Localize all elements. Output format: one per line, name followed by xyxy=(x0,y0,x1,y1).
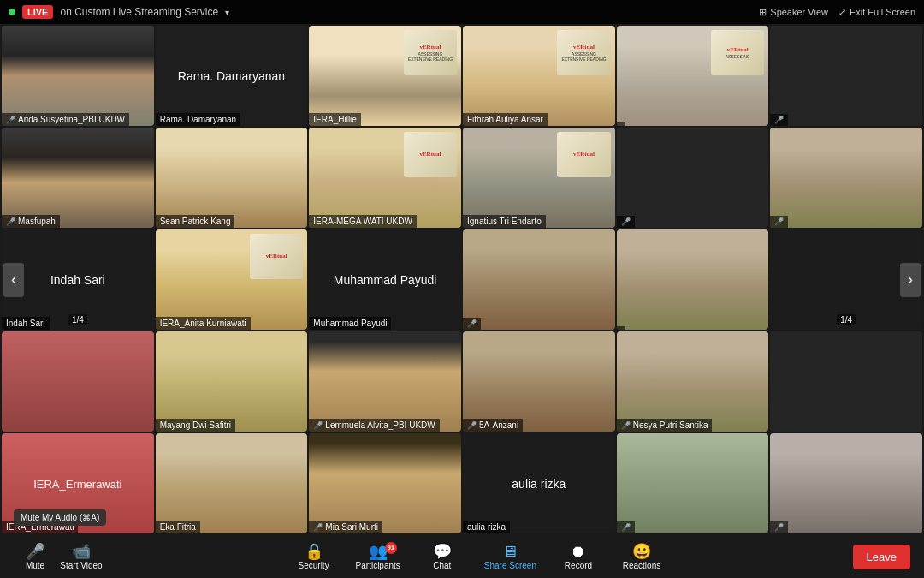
participant-name: Indah Sari xyxy=(2,317,50,330)
video-tile: 🎤 Mia Sari Murti xyxy=(309,433,461,533)
page-indicator: 1/4 xyxy=(68,314,87,325)
participant-name: Sean Patrick Kang xyxy=(156,215,235,228)
video-tile-payudi: Muhammad Payudi Muhammad Payudi xyxy=(309,229,461,330)
bottom-bar: Mute My Audio (⌘A) 🎤 Mute 📹 Start Video … xyxy=(0,535,924,578)
mic-muted-icon: 🎤 xyxy=(774,116,784,124)
speaker-view-btn[interactable]: ⊞ Speaker View xyxy=(759,7,828,18)
video-grid: 🎤 Arida Susyetina_PBI UKDW Rama. Damarya… xyxy=(0,24,924,535)
participant-label-center: IERA_Ermerawati xyxy=(33,477,121,490)
poster-overlay: vERtual ASSESSING EXTENSIVE READING xyxy=(404,30,457,75)
video-tile xyxy=(2,331,154,432)
video-tile: vERtual IERA_Anita Kurniawati xyxy=(156,229,308,330)
video-tile: 🎤 xyxy=(770,26,922,126)
participant-name: Mayang Dwi Safitri xyxy=(156,419,235,432)
top-bar-right: ⊞ Speaker View ⤢ Exit Full Screen xyxy=(759,7,915,18)
record-button[interactable]: ⏺ Record xyxy=(557,544,600,570)
video-tile-indah: ‹ Indah Sari 1/4 Indah Sari xyxy=(2,229,154,330)
participant-label-center: Indah Sari xyxy=(50,273,105,287)
participants-button-wrap: 👥 Participants 91 xyxy=(356,544,400,570)
video-tile: vERtual Ignatius Tri Endarto xyxy=(463,128,615,228)
participant-name: 🎤 xyxy=(770,114,788,126)
mic-muted-icon: 🎤 xyxy=(6,116,15,124)
exit-fullscreen-icon: ⤢ xyxy=(838,7,846,18)
chat-button[interactable]: 💬 Chat xyxy=(421,544,464,570)
mic-icon: 🎤 xyxy=(26,544,44,559)
mute-tooltip: Mute My Audio (⌘A) xyxy=(14,509,106,526)
video-tile: Rama. Damaryanan Rama. Damaryanan xyxy=(156,26,308,126)
mic-muted-icon: 🎤 xyxy=(313,421,323,430)
prev-page-arrow[interactable]: ‹ xyxy=(3,263,24,297)
poster-overlay: vERtual xyxy=(250,234,303,279)
participant-name: 🎤Lemmuela Alvita_PBI UKDW xyxy=(309,419,439,432)
mute-button[interactable]: 🎤 Mute xyxy=(14,544,56,570)
video-tile xyxy=(617,229,769,330)
record-icon: ⏺ xyxy=(571,544,586,559)
participants-badge: 91 xyxy=(385,542,397,554)
next-page-arrow[interactable]: › xyxy=(900,263,921,297)
video-tile: vERtual ASSESSING EXTENSIVE READING Fith… xyxy=(463,26,615,126)
toolbar-center: 🔒 Security 👥 Participants 91 💬 Chat 🖥 Sh… xyxy=(293,544,663,570)
participant-name: 🎤 Mia Sari Murti xyxy=(309,521,382,533)
video-tile: 🎤 xyxy=(770,433,922,533)
participant-name: IERA_Hillie xyxy=(309,113,361,126)
participant-label-center: Rama. Damaryanan xyxy=(178,69,285,83)
participant-name: aulia rizka xyxy=(463,521,510,533)
video-tile: 🎤Nesya Putri Santika xyxy=(617,331,769,432)
video-tile: 🎤 Masfupah xyxy=(2,128,154,228)
video-tile: vERtual ASSESSING xyxy=(617,26,769,126)
share-screen-button[interactable]: 🖥 Share Screen xyxy=(484,544,536,570)
reactions-icon: 😀 xyxy=(632,544,651,559)
participant-name: 🎤 xyxy=(617,216,635,228)
share-screen-icon: 🖥 xyxy=(502,544,518,559)
top-bar: LIVE on Custom Live Streaming Service ▾ … xyxy=(0,0,924,24)
video-tile: Mayang Dwi Safitri xyxy=(156,331,308,432)
mic-muted-icon: 🎤 xyxy=(6,217,15,226)
start-video-button[interactable]: 📹 Start Video xyxy=(60,544,103,570)
participant-label-center: Muhammad Payudi xyxy=(334,273,437,287)
mic-muted-icon: 🎤 xyxy=(313,523,323,532)
participant-name: IERA-MEGA WATI UKDW xyxy=(309,215,417,228)
poster-overlay: vERtual xyxy=(404,132,457,177)
reactions-button[interactable]: 😀 Reactions xyxy=(620,544,663,570)
video-inner xyxy=(2,26,154,126)
video-tile-right-nav: › 1/4 xyxy=(770,229,922,330)
video-tile: vERtual ASSESSING EXTENSIVE READING IERA… xyxy=(309,26,461,126)
mic-muted-icon: 🎤 xyxy=(774,523,784,532)
video-tile: vERtual IERA-MEGA WATI UKDW xyxy=(309,128,461,228)
speaker-view-icon: ⊞ xyxy=(759,7,767,18)
video-tile-aulia: aulia rizka aulia rizka xyxy=(463,433,615,533)
live-badge: LIVE xyxy=(22,5,53,19)
leave-button[interactable]: Leave xyxy=(853,545,910,569)
poster-overlay: vERtual ASSESSING xyxy=(711,30,764,75)
participant-name: Fithrah Auliya Ansar xyxy=(463,113,548,126)
exit-fullscreen-btn[interactable]: ⤢ Exit Full Screen xyxy=(838,7,915,18)
participant-name xyxy=(617,122,625,126)
video-tile: 🎤 xyxy=(617,128,769,228)
recording-indicator xyxy=(9,9,15,15)
participant-name: 🎤 xyxy=(770,216,788,228)
poster-overlay: vERtual ASSESSING EXTENSIVE READING xyxy=(557,30,610,75)
toolbar-left: Mute My Audio (⌘A) 🎤 Mute 📹 Start Video xyxy=(14,544,103,570)
poster-overlay: vERtual xyxy=(557,132,610,177)
participant-name: 🎤 Arida Susyetina_PBI UKDW xyxy=(2,113,129,126)
video-icon: 📹 xyxy=(72,544,91,559)
security-button[interactable]: 🔒 Security xyxy=(293,544,335,570)
video-tile: 🎤 xyxy=(463,229,615,330)
mic-muted-icon: 🎤 xyxy=(621,217,631,226)
participant-name: 🎤 Masfupah xyxy=(2,215,60,228)
video-tile: Eka Fitria xyxy=(156,433,308,533)
participant-name: Ignatius Tri Endarto xyxy=(463,215,546,228)
video-tile xyxy=(770,331,922,432)
chat-icon: 💬 xyxy=(433,544,452,559)
video-tile: 🎤 Arida Susyetina_PBI UKDW xyxy=(2,26,154,126)
video-tile: Sean Patrick Kang xyxy=(156,128,308,228)
mic-muted-icon: 🎤 xyxy=(621,421,631,430)
participant-name: 🎤 xyxy=(463,318,481,330)
service-dropdown-icon[interactable]: ▾ xyxy=(225,8,229,17)
participant-name: 🎤 xyxy=(770,521,788,533)
service-label: on Custom Live Streaming Service xyxy=(60,6,218,18)
video-tile: 🎤 xyxy=(770,128,922,228)
mic-muted-icon: 🎤 xyxy=(774,217,784,226)
video-tile: 🎤Lemmuela Alvita_PBI UKDW xyxy=(309,331,461,432)
participant-name: Rama. Damaryanan xyxy=(156,113,240,126)
